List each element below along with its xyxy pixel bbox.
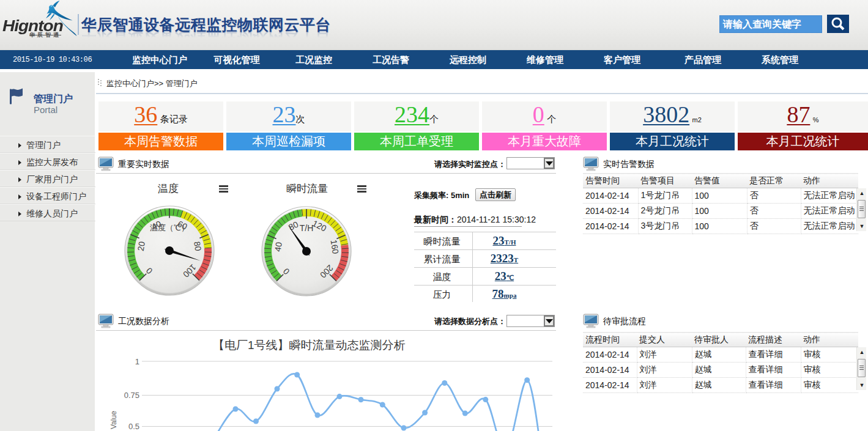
svg-text:1: 1 xyxy=(135,357,139,366)
svg-text:20: 20 xyxy=(136,241,147,252)
svg-text:80: 80 xyxy=(192,241,203,252)
svg-text:Value: Value xyxy=(109,411,118,429)
svg-text:T/H: T/H xyxy=(300,223,314,233)
svg-text:0.5: 0.5 xyxy=(128,422,139,431)
svg-text:0.75: 0.75 xyxy=(124,391,139,400)
svg-text:40: 40 xyxy=(273,241,284,252)
svg-text:温度（℃）: 温度（℃） xyxy=(150,223,189,232)
